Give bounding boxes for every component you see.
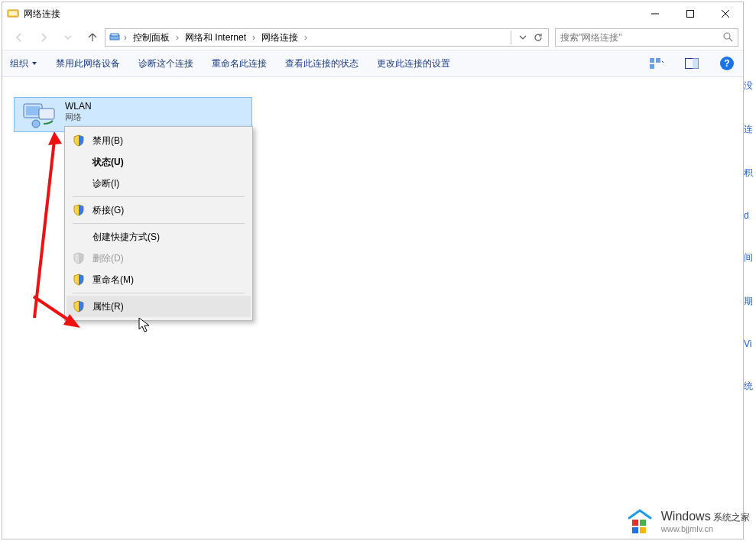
- menu-separator: [73, 223, 245, 224]
- watermark: Windows 系统之家 www.bjjmlv.cn: [625, 507, 750, 535]
- search-placeholder: 搜索"网络连接": [560, 31, 622, 44]
- svg-rect-10: [650, 58, 654, 63]
- svg-rect-12: [650, 64, 654, 69]
- svg-rect-26: [640, 527, 646, 533]
- menu-separator: [73, 293, 245, 293]
- toolbar-settings[interactable]: 更改此连接的设置: [377, 57, 450, 70]
- watermark-logo-icon: [625, 507, 655, 535]
- svg-point-18: [32, 120, 40, 128]
- shield-icon: [73, 134, 85, 147]
- maximize-button[interactable]: [673, 2, 708, 25]
- minimize-button[interactable]: [638, 2, 673, 25]
- context-menu: 禁用(B) 状态(U) 诊断(I) 桥接(G) 创建快捷方式(S) 删除(D) …: [64, 126, 253, 321]
- view-icon[interactable]: [648, 55, 665, 72]
- ctx-diagnose[interactable]: 诊断(I): [67, 173, 251, 194]
- recent-dropdown[interactable]: [56, 27, 80, 48]
- back-button[interactable]: [7, 27, 31, 48]
- shield-icon: [73, 300, 85, 313]
- adapter-subtitle: 网络: [65, 112, 92, 123]
- address-bar[interactable]: › 控制面板 › 网络和 Internet › 网络连接 ›: [105, 28, 549, 47]
- partial-sidebar-text: 没连积d间期Vi统: [744, 79, 754, 393]
- ctx-delete: 删除(D): [67, 248, 251, 269]
- network-adapter-icon: [21, 101, 57, 131]
- organize-menu[interactable]: 组织: [10, 57, 37, 70]
- details-pane-icon[interactable]: [683, 55, 700, 72]
- refresh-icon[interactable]: [531, 31, 545, 44]
- window-title: 网络连接: [24, 8, 638, 21]
- breadcrumb[interactable]: 网络连接: [258, 31, 301, 44]
- chevron-right-icon: ›: [124, 32, 127, 43]
- app-icon: [7, 8, 19, 20]
- toolbar-status[interactable]: 查看此连接的状态: [285, 57, 359, 70]
- svg-rect-3: [687, 11, 694, 18]
- titlebar: 网络连接: [2, 2, 743, 25]
- shield-icon: [73, 252, 85, 264]
- chevron-right-icon: ›: [304, 32, 307, 43]
- content-area: WLAN 网络 禁用(B) 状态(U) 诊断(I) 桥接(G) 创建快捷方式(S…: [2, 77, 743, 539]
- svg-rect-7: [111, 34, 118, 36]
- svg-line-19: [34, 141, 54, 318]
- forward-button[interactable]: [31, 27, 56, 48]
- svg-rect-16: [26, 106, 40, 115]
- up-button[interactable]: [80, 27, 105, 48]
- svg-rect-11: [656, 58, 660, 63]
- ctx-bridge[interactable]: 桥接(G): [67, 199, 251, 221]
- help-icon[interactable]: ?: [719, 55, 735, 72]
- chevron-right-icon: ›: [176, 32, 179, 43]
- address-row: › 控制面板 › 网络和 Internet › 网络连接 › 搜索"网络连接": [2, 25, 743, 50]
- svg-marker-20: [48, 131, 62, 145]
- toolbar-disable[interactable]: 禁用此网络设备: [56, 57, 120, 70]
- ctx-properties[interactable]: 属性(R): [67, 296, 251, 317]
- toolbar: 组织 禁用此网络设备 诊断这个连接 重命名此连接 查看此连接的状态 更改此连接的…: [2, 50, 743, 77]
- path-icon: [109, 31, 121, 45]
- toolbar-diagnose[interactable]: 诊断这个连接: [138, 57, 193, 70]
- svg-line-9: [729, 38, 732, 41]
- cursor-icon: [138, 317, 152, 336]
- search-input[interactable]: 搜索"网络连接": [555, 28, 738, 47]
- ctx-create-shortcut[interactable]: 创建快捷方式(S): [67, 226, 251, 248]
- svg-rect-23: [632, 520, 638, 526]
- svg-rect-24: [640, 520, 646, 526]
- svg-rect-17: [39, 109, 54, 119]
- ctx-rename[interactable]: 重命名(M): [67, 269, 251, 290]
- svg-rect-25: [632, 527, 638, 533]
- svg-point-8: [724, 33, 730, 39]
- shield-icon: [73, 274, 85, 286]
- close-button[interactable]: [708, 2, 743, 25]
- ctx-status[interactable]: 状态(U): [67, 151, 251, 173]
- toolbar-rename[interactable]: 重命名此连接: [212, 57, 267, 70]
- search-icon: [722, 31, 733, 44]
- svg-rect-14: [693, 59, 699, 69]
- shield-icon: [73, 204, 85, 216]
- adapter-name: WLAN: [65, 101, 92, 112]
- svg-rect-1: [9, 11, 17, 15]
- chevron-right-icon: ›: [252, 32, 255, 43]
- explorer-window: 网络连接 › 控制面板 › 网络和 Internet › 网络连接 › 搜索"网…: [2, 2, 744, 539]
- breadcrumb[interactable]: 网络和 Internet: [182, 31, 249, 44]
- history-dropdown-icon[interactable]: [516, 31, 530, 44]
- ctx-disable[interactable]: 禁用(B): [67, 130, 251, 151]
- menu-separator: [73, 196, 245, 197]
- breadcrumb[interactable]: 控制面板: [130, 31, 173, 44]
